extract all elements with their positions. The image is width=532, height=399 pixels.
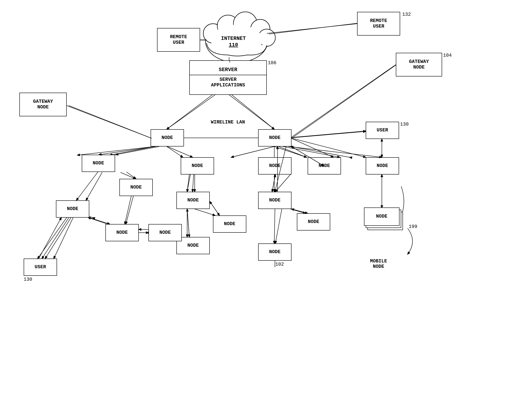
svg-line-61: [45, 218, 71, 259]
node-mid-right-box: NODE: [148, 224, 182, 241]
svg-line-47: [67, 105, 152, 138]
svg-line-75: [291, 209, 308, 213]
svg-line-32: [187, 175, 190, 192]
user-right-label: USER: [377, 128, 388, 133]
svg-point-2: [217, 15, 239, 37]
svg-line-41: [291, 138, 333, 157]
svg-line-38: [291, 146, 349, 157]
remote-user-left-box: REMOTE USER: [157, 28, 200, 52]
node-r2-box: NODE: [308, 157, 341, 175]
svg-line-84: [272, 175, 275, 192]
svg-line-20: [231, 146, 274, 157]
svg-line-10: [267, 24, 357, 33]
svg-line-27: [54, 218, 73, 259]
user-right-box: USER: [366, 122, 399, 139]
svg-line-36: [291, 209, 305, 213]
svg-line-18: [77, 146, 155, 155]
node-mobile-top-box: NODE: [366, 157, 399, 175]
node-mobile-top-label: NODE: [377, 163, 388, 169]
node-mid-bot1-box: NODE: [176, 192, 210, 209]
svg-line-23: [291, 138, 366, 157]
svg-line-70: [210, 202, 219, 216]
svg-line-62: [38, 218, 67, 259]
svg-line-25: [120, 172, 136, 179]
remote-user-right-box: REMOTE USER: [357, 12, 400, 36]
ref-102: 102: [275, 262, 284, 267]
user-left-bot-label: USER: [35, 264, 46, 270]
svg-line-49: [291, 131, 366, 137]
node-l-bot-box: NODE: [56, 200, 89, 218]
svg-point-4: [251, 20, 270, 39]
node-r-bot3-box: NODE: [258, 243, 291, 261]
remote-user-right-label: REMOTE USER: [370, 18, 387, 30]
node-r-bot1-label: NODE: [269, 197, 280, 203]
svg-line-35: [275, 175, 291, 192]
svg-line-57: [288, 146, 382, 157]
svg-text:INTERNET: INTERNET: [221, 36, 246, 41]
svg-line-24: [86, 172, 102, 200]
node-r2-label: NODE: [319, 163, 330, 169]
svg-line-72: [187, 209, 189, 237]
node-r1-label: NODE: [269, 163, 280, 169]
svg-line-33: [195, 209, 215, 216]
svg-point-0: [205, 20, 268, 62]
node-ll2-box: NODE: [119, 179, 153, 196]
svg-line-45: [167, 95, 215, 129]
svg-line-85: [272, 175, 275, 192]
node-center-left-label: NODE: [162, 135, 173, 141]
gateway-node-left-label: GATEWAY NODE: [33, 99, 53, 110]
remote-user-left-label: REMOTE USER: [170, 34, 187, 46]
svg-line-51: [99, 146, 156, 155]
gateway-node-right-box: GATEWAY NODE: [396, 53, 442, 77]
svg-line-14: [69, 105, 151, 138]
svg-line-59: [126, 196, 133, 224]
svg-line-22: [274, 146, 307, 157]
node-mid-right-label: NODE: [159, 230, 171, 235]
svg-line-50: [116, 146, 159, 155]
node-r-bot3-label: NODE: [269, 249, 280, 255]
svg-line-73: [187, 209, 189, 237]
node-ll1-box: NODE: [82, 155, 115, 172]
user-left-bot-box: USER: [24, 259, 57, 276]
svg-line-63: [39, 218, 61, 259]
node-ll2-label: NODE: [130, 185, 142, 190]
mobile-node-text: MOBILENODE: [370, 259, 387, 269]
svg-line-69: [187, 175, 189, 192]
node-l-bot2-box: NODE: [105, 224, 139, 241]
node-ll1-label: NODE: [93, 161, 104, 166]
node-r-bot2-label: NODE: [308, 219, 319, 225]
ref-106: 106: [268, 60, 276, 66]
node-r1-box: NODE: [258, 157, 291, 175]
svg-line-60: [127, 172, 136, 179]
ref-199: 199: [409, 224, 417, 229]
svg-line-55: [283, 146, 340, 157]
node-mid-bot1-label: NODE: [187, 197, 199, 203]
node-l-bot-label: NODE: [67, 206, 78, 212]
node-r-bot1-box: NODE: [258, 192, 291, 209]
svg-line-28: [42, 218, 69, 259]
svg-line-52: [167, 146, 193, 157]
svg-text:110: 110: [229, 42, 238, 48]
wireline-lan-label: WIRELINE LAN: [211, 120, 245, 125]
node-center-left-box: NODE: [151, 129, 184, 146]
svg-point-5: [258, 29, 275, 46]
svg-line-19: [167, 146, 183, 157]
node-center-right-label: NODE: [269, 135, 280, 141]
svg-line-26: [125, 196, 131, 224]
ref-104: 104: [443, 53, 452, 58]
ref-132: 132: [402, 12, 411, 17]
node-mid-box: NODE: [181, 157, 214, 175]
node-l-bot2-label: NODE: [116, 230, 128, 235]
svg-line-43: [269, 23, 357, 34]
svg-line-54: [279, 146, 307, 157]
svg-line-16: [291, 131, 366, 138]
server-label: SERVER: [219, 66, 237, 74]
node-mid-bot2-box: NODE: [213, 216, 246, 233]
mobile-node-stack: NODE: [364, 208, 399, 263]
node-center-right-box: NODE: [258, 129, 291, 146]
svg-line-66: [89, 218, 110, 224]
gateway-node-left-box: GATEWAY NODE: [19, 93, 67, 116]
node-mid-bot2-label: NODE: [224, 221, 235, 227]
svg-line-58: [76, 172, 98, 200]
node-mid-bot3-label: NODE: [187, 243, 199, 249]
